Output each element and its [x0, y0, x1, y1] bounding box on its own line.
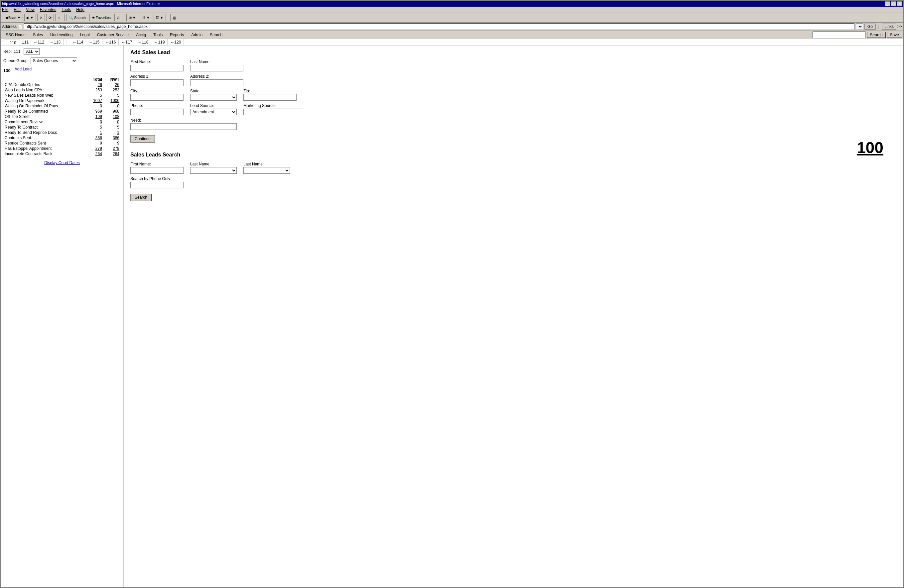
address1-input[interactable] [130, 79, 183, 86]
search-button[interactable]: Search [130, 194, 152, 201]
marketing-source-input[interactable] [243, 109, 303, 115]
tab-num-113[interactable]: ←113 [47, 39, 63, 45]
tab-underwriting[interactable]: Underwriting [47, 32, 76, 38]
tab-num-114[interactable]: ←114 [70, 39, 86, 45]
close-button[interactable]: × [897, 2, 902, 6]
nav-save-button[interactable]: Save [887, 32, 902, 38]
address-input[interactable] [24, 23, 855, 30]
stat-nwt[interactable]: 0 [103, 103, 121, 109]
table-row: Committment Review 0 0 [3, 119, 121, 125]
state-dropdown[interactable] [190, 94, 237, 101]
menu-view[interactable]: View [26, 7, 35, 12]
search-last-name2-dropdown[interactable] [243, 167, 290, 174]
search-last-name-dropdown[interactable] [190, 167, 237, 174]
tab-search[interactable]: Search [206, 32, 226, 38]
stat-total[interactable]: 969 [86, 109, 103, 114]
stat-nwt[interactable]: 108 [103, 114, 121, 119]
back-button[interactable]: ◀ Back ▼ [3, 14, 23, 21]
need-input[interactable] [130, 123, 237, 130]
media-toolbar-button[interactable]: ⊙ [114, 14, 122, 21]
stat-nwt[interactable]: 968 [103, 109, 121, 114]
state-field: State: [190, 89, 237, 101]
tab-num-116[interactable]: ←116 [103, 39, 119, 45]
menu-file[interactable]: File [2, 7, 8, 12]
links-button[interactable]: Links [882, 24, 896, 30]
stat-total[interactable]: 9 [86, 140, 103, 146]
stat-nwt[interactable]: 5 [103, 125, 121, 130]
stat-total[interactable]: 1007 [86, 98, 103, 103]
tab-num-117[interactable]: ←117 [119, 39, 135, 45]
stat-total[interactable]: 109 [86, 114, 103, 119]
minimize-button[interactable]: _ [885, 2, 890, 6]
stat-total[interactable]: 253 [86, 87, 103, 93]
stat-total[interactable]: 5 [86, 125, 103, 130]
menu-help[interactable]: Help [76, 7, 84, 12]
address2-input[interactable] [190, 79, 243, 86]
stat-nwt[interactable]: 279 [103, 146, 121, 151]
refresh-button[interactable]: ⟳ [46, 14, 54, 21]
stat-total[interactable]: 5 [86, 93, 103, 98]
tab-reports[interactable]: Reports [166, 32, 188, 38]
stat-total[interactable]: 264 [86, 151, 103, 156]
stat-nwt[interactable]: 5 [103, 93, 121, 98]
tab-tools[interactable]: Tools [150, 32, 166, 38]
tab-ssc-home[interactable]: SSC Home [2, 32, 29, 38]
tab-num-111[interactable]: 111 [20, 39, 31, 45]
tab-num-110[interactable]: ←110 [2, 39, 20, 45]
continue-button[interactable]: Continue [130, 135, 155, 142]
address-dropdown[interactable] [856, 23, 863, 30]
stat-total[interactable]: 386 [86, 135, 103, 140]
phone-input[interactable] [130, 109, 183, 115]
forward-button[interactable]: ▶ ▼ [24, 14, 36, 21]
tab-acctg[interactable]: Acctg [132, 32, 150, 38]
tab-num-120[interactable]: ←120 [168, 39, 184, 45]
first-name-input[interactable] [130, 65, 183, 71]
search-toolbar-button[interactable]: 🔍 Search [66, 14, 88, 21]
rep-dropdown[interactable]: ALL [24, 48, 40, 55]
tab-legal[interactable]: Legal [76, 32, 93, 38]
stat-nwt[interactable]: 26 [103, 82, 121, 87]
stat-nwt[interactable]: 264 [103, 151, 121, 156]
stat-nwt[interactable]: 253 [103, 87, 121, 93]
queue-group-dropdown[interactable]: Sales Queues [31, 57, 77, 64]
search-first-name-input[interactable] [130, 167, 183, 174]
edit-toolbar-button[interactable]: ☑ ▼ [153, 14, 166, 21]
tab-num-119[interactable]: ←119 [151, 39, 168, 45]
stop-button[interactable]: ✕ [37, 14, 45, 21]
tab-sales[interactable]: Sales [29, 32, 47, 38]
mail-toolbar-button[interactable]: ✉ ▼ [126, 14, 138, 21]
tab-admin[interactable]: Admin [188, 32, 206, 38]
tab-num-115[interactable]: ←115 [86, 39, 103, 45]
zip-input[interactable] [243, 94, 297, 101]
lead-source-dropdown[interactable]: Amendment [190, 109, 237, 115]
add-lead-link[interactable]: Add Lead [15, 67, 32, 71]
stat-total[interactable]: 0 [86, 103, 103, 109]
stat-total[interactable]: 1 [86, 130, 103, 135]
stat-nwt[interactable]: 1006 [103, 98, 121, 103]
home-button[interactable]: ⌂ [55, 14, 62, 21]
nav-search-input[interactable] [812, 32, 866, 38]
tab-num-112[interactable]: ←112 [31, 39, 47, 45]
menu-edit[interactable]: Edit [14, 7, 21, 12]
nav-search-button[interactable]: Search [867, 32, 886, 38]
restore-button[interactable]: □ [891, 2, 896, 6]
stat-nwt[interactable]: 1 [103, 130, 121, 135]
stat-total[interactable]: 279 [86, 146, 103, 151]
menu-tools[interactable]: Tools [62, 7, 71, 12]
stat-nwt[interactable]: 0 [103, 119, 121, 125]
tab-customer-service[interactable]: Customer Service [93, 32, 132, 38]
favorites-toolbar-button[interactable]: ★ Favorites [89, 14, 113, 21]
last-name-input[interactable] [190, 65, 243, 71]
city-input[interactable] [130, 94, 183, 101]
icon-toolbar-button[interactable]: ▦ [170, 14, 178, 21]
stat-total[interactable]: 0 [86, 119, 103, 125]
stat-nwt[interactable]: 386 [103, 135, 121, 140]
tab-num-118[interactable]: ←118 [135, 39, 151, 45]
address-go-button[interactable]: Go [864, 24, 876, 30]
stat-nwt[interactable]: 9 [103, 140, 121, 146]
display-court-dates-link[interactable]: Display Court Dates [3, 161, 121, 165]
print-toolbar-button[interactable]: 🖨 ▼ [140, 14, 152, 21]
search-phone-input[interactable] [130, 182, 183, 188]
stat-total[interactable]: 26 [86, 82, 103, 87]
menu-favorites[interactable]: Favorites [40, 7, 56, 12]
